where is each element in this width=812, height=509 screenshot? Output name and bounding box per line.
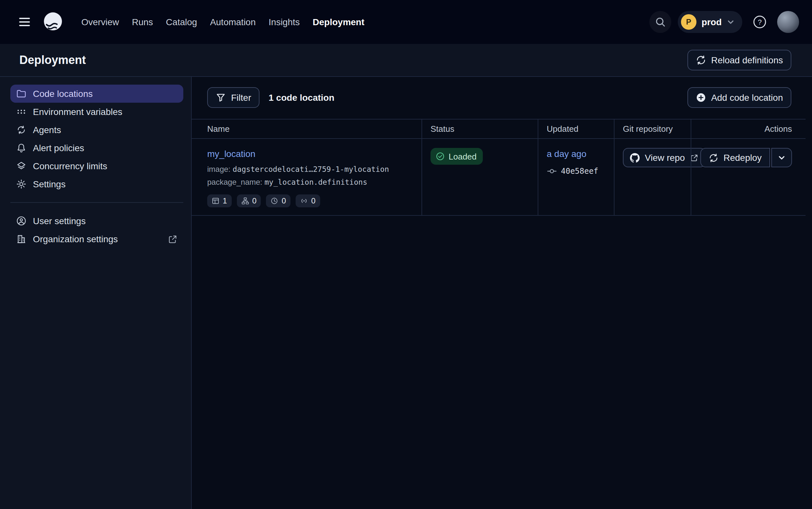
add-code-location-button[interactable]: Add code location bbox=[687, 87, 791, 108]
sidebar-item-settings[interactable]: Settings bbox=[10, 175, 183, 193]
nav-item-overview[interactable]: Overview bbox=[75, 12, 125, 32]
env-variables-icon bbox=[16, 107, 27, 117]
reload-icon bbox=[696, 55, 706, 65]
sensor-signal-icon bbox=[300, 197, 308, 205]
definition-count-chips: 1 0 0 0 bbox=[207, 195, 413, 207]
schedule-count-chip: 0 bbox=[266, 195, 291, 207]
image-label: image: bbox=[207, 165, 230, 174]
code-location-count: 1 code location bbox=[268, 92, 334, 103]
chevron-down-icon bbox=[727, 18, 735, 26]
reload-definitions-button[interactable]: Reload definitions bbox=[687, 50, 791, 70]
column-header-updated: Updated bbox=[538, 120, 614, 138]
hamburger-menu-button[interactable] bbox=[13, 10, 36, 34]
code-locations-toolbar: Filter 1 code location Add code location bbox=[207, 87, 791, 108]
help-button[interactable]: ? bbox=[749, 11, 771, 33]
sidebar-item-label: User settings bbox=[33, 216, 85, 226]
job-count-chip: 0 bbox=[236, 195, 261, 207]
job-graph-icon bbox=[241, 197, 249, 205]
cell-git-repository: View repo bbox=[614, 139, 691, 215]
filter-label: Filter bbox=[231, 92, 251, 103]
image-value: dagstercodelocati…2759-1-mylocation bbox=[233, 165, 389, 174]
code-location-link[interactable]: my_location bbox=[207, 148, 255, 159]
sensor-count: 0 bbox=[311, 196, 315, 205]
sidebar-item-code-locations[interactable]: Code locations bbox=[10, 84, 183, 103]
filter-button[interactable]: Filter bbox=[207, 87, 259, 108]
sidebar-item-organization-settings[interactable]: Organization settings bbox=[10, 230, 183, 248]
layers-icon bbox=[16, 161, 27, 171]
cell-status: Loaded bbox=[421, 139, 538, 215]
deployment-badge: P bbox=[681, 14, 697, 30]
commit-hash: 40e58eef bbox=[561, 167, 598, 176]
column-header-name: Name bbox=[192, 120, 421, 138]
cell-name: my_location image: dagstercodelocati…275… bbox=[192, 139, 421, 215]
reload-definitions-label: Reload definitions bbox=[711, 55, 783, 65]
main-content: Filter 1 code location Add code location… bbox=[192, 77, 812, 509]
primary-nav: Overview Runs Catalog Automation Insight… bbox=[75, 12, 371, 32]
sidebar-item-label: Settings bbox=[33, 179, 66, 189]
user-circle-icon bbox=[16, 216, 27, 226]
cell-actions: Redeploy bbox=[691, 139, 806, 215]
deployment-switcher[interactable]: P prod bbox=[678, 11, 742, 33]
folder-icon bbox=[16, 89, 27, 99]
view-repo-label: View repo bbox=[645, 152, 685, 163]
sidebar-item-label: Alert policies bbox=[33, 143, 84, 153]
status-badge: Loaded bbox=[431, 148, 483, 165]
commit-row: 40e58eef bbox=[547, 166, 605, 176]
svg-text:?: ? bbox=[758, 18, 762, 26]
nav-item-runs[interactable]: Runs bbox=[125, 12, 159, 32]
dagster-logo-icon[interactable] bbox=[41, 10, 65, 34]
add-code-location-label: Add code location bbox=[711, 92, 783, 103]
redeploy-button[interactable]: Redeploy bbox=[700, 148, 770, 167]
hamburger-icon bbox=[17, 15, 32, 29]
user-avatar[interactable] bbox=[777, 11, 799, 33]
status-label: Loaded bbox=[449, 151, 477, 161]
app-window: Overview Runs Catalog Automation Insight… bbox=[0, 0, 812, 509]
package-label: package_name: bbox=[207, 178, 262, 187]
topnav-right-cluster: P prod ? bbox=[649, 11, 799, 33]
top-nav: Overview Runs Catalog Automation Insight… bbox=[0, 0, 812, 44]
filter-icon bbox=[216, 92, 226, 103]
sidebar-item-label: Code locations bbox=[33, 89, 93, 99]
schedule-count: 0 bbox=[282, 196, 286, 205]
agents-icon bbox=[16, 125, 27, 135]
sidebar-item-environment-variables[interactable]: Environment variables bbox=[10, 103, 183, 121]
asset-count: 1 bbox=[223, 196, 227, 205]
image-meta: image: dagstercodelocati…2759-1-mylocati… bbox=[207, 165, 413, 174]
external-link-icon bbox=[168, 234, 178, 244]
sidebar-item-agents[interactable]: Agents bbox=[10, 121, 183, 139]
nav-item-automation[interactable]: Automation bbox=[204, 12, 262, 32]
plus-circle-icon bbox=[696, 92, 706, 103]
redeploy-more-button[interactable] bbox=[771, 148, 792, 167]
column-header-status: Status bbox=[421, 120, 538, 138]
chevron-down-icon bbox=[778, 154, 785, 162]
nav-item-deployment[interactable]: Deployment bbox=[306, 12, 371, 32]
page-title: Deployment bbox=[20, 53, 86, 67]
column-header-git-repository: Git repository bbox=[614, 120, 691, 138]
gear-icon bbox=[16, 179, 27, 189]
sidebar-item-alert-policies[interactable]: Alert policies bbox=[10, 139, 183, 157]
updated-time-link[interactable]: a day ago bbox=[547, 148, 586, 159]
sidebar-item-user-settings[interactable]: User settings bbox=[10, 212, 183, 230]
organization-icon bbox=[16, 234, 27, 244]
search-button[interactable] bbox=[649, 11, 671, 33]
sidebar-item-label: Environment variables bbox=[33, 107, 122, 117]
package-meta: package_name: my_location.definitions bbox=[207, 178, 413, 187]
sensor-count-chip: 0 bbox=[296, 195, 320, 207]
table-row: my_location image: dagstercodelocati…275… bbox=[192, 139, 806, 216]
nav-item-insights[interactable]: Insights bbox=[262, 12, 306, 32]
redeploy-icon bbox=[709, 153, 718, 163]
sidebar-item-label: Concurrency limits bbox=[33, 161, 107, 171]
redeploy-label: Redeploy bbox=[724, 152, 762, 163]
deployment-name: prod bbox=[702, 17, 722, 27]
asset-count-chip: 1 bbox=[207, 195, 231, 207]
git-commit-icon bbox=[547, 166, 557, 176]
sidebar-item-label: Agents bbox=[33, 125, 61, 135]
help-icon: ? bbox=[752, 15, 767, 29]
sidebar-item-concurrency-limits[interactable]: Concurrency limits bbox=[10, 157, 183, 175]
cell-updated: a day ago 40e58eef bbox=[538, 139, 614, 215]
search-icon bbox=[655, 16, 666, 28]
sidebar-divider bbox=[10, 202, 183, 203]
job-count: 0 bbox=[252, 196, 256, 205]
nav-item-catalog[interactable]: Catalog bbox=[159, 12, 204, 32]
github-icon bbox=[630, 153, 640, 163]
